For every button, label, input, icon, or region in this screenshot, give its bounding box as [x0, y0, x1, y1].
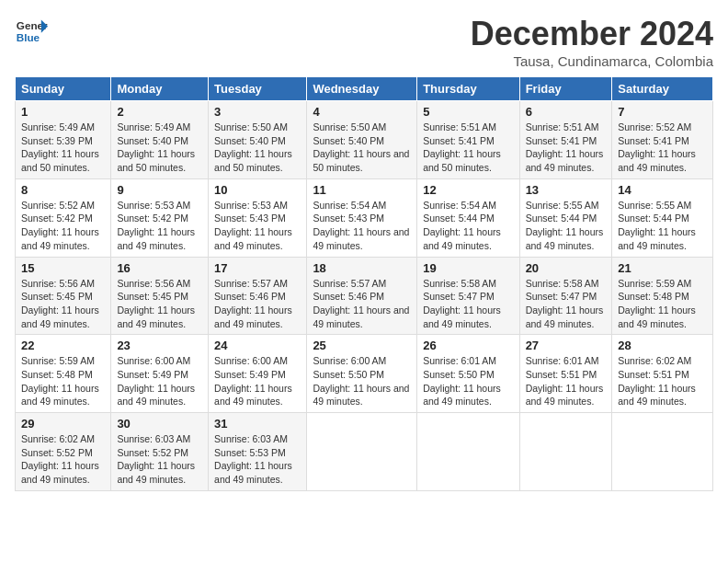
day-number: 7 — [618, 105, 707, 119]
day-number: 15 — [21, 261, 105, 275]
calendar-cell: 25 Sunrise: 6:00 AMSunset: 5:50 PMDaylig… — [307, 335, 417, 413]
col-wednesday: Wednesday — [307, 77, 417, 101]
calendar-cell: 10 Sunrise: 5:53 AMSunset: 5:43 PMDaylig… — [209, 178, 307, 257]
day-number: 13 — [526, 183, 607, 197]
day-info: Sunrise: 5:57 AMSunset: 5:46 PMDaylight:… — [313, 278, 409, 329]
calendar-cell: 20 Sunrise: 5:58 AMSunset: 5:47 PMDaylig… — [519, 257, 612, 335]
calendar-cell: 19 Sunrise: 5:58 AMSunset: 5:47 PMDaylig… — [417, 257, 519, 335]
day-info: Sunrise: 6:00 AMSunset: 5:50 PMDaylight:… — [313, 355, 409, 407]
day-info: Sunrise: 5:59 AMSunset: 5:48 PMDaylight:… — [21, 355, 99, 407]
day-number: 2 — [117, 105, 202, 119]
day-number: 8 — [21, 183, 105, 197]
day-number: 9 — [117, 183, 202, 197]
day-info: Sunrise: 5:52 AMSunset: 5:42 PMDaylight:… — [21, 200, 99, 251]
day-number: 30 — [117, 417, 202, 431]
title-block: December 2024 Tausa, Cundinamarca, Colom… — [471, 15, 713, 69]
day-number: 29 — [21, 417, 105, 431]
calendar-cell: 11 Sunrise: 5:54 AMSunset: 5:43 PMDaylig… — [307, 178, 417, 257]
day-info: Sunrise: 5:56 AMSunset: 5:45 PMDaylight:… — [117, 278, 195, 329]
calendar-cell: 17 Sunrise: 5:57 AMSunset: 5:46 PMDaylig… — [209, 257, 307, 335]
logo-icon: General Blue — [15, 15, 48, 48]
calendar-cell: 14 Sunrise: 5:55 AMSunset: 5:44 PMDaylig… — [612, 178, 713, 257]
col-monday: Monday — [111, 77, 209, 101]
day-info: Sunrise: 6:01 AMSunset: 5:50 PMDaylight:… — [423, 355, 501, 407]
calendar-cell: 18 Sunrise: 5:57 AMSunset: 5:46 PMDaylig… — [307, 257, 417, 335]
calendar-cell — [612, 413, 713, 491]
table-row: 29 Sunrise: 6:02 AMSunset: 5:52 PMDaylig… — [16, 413, 713, 491]
calendar-cell: 26 Sunrise: 6:01 AMSunset: 5:50 PMDaylig… — [417, 335, 519, 413]
day-number: 26 — [423, 339, 513, 352]
day-number: 14 — [618, 183, 707, 197]
day-info: Sunrise: 6:01 AMSunset: 5:51 PMDaylight:… — [526, 355, 604, 407]
col-friday: Friday — [519, 77, 612, 101]
day-number: 16 — [117, 261, 202, 275]
day-info: Sunrise: 6:03 AMSunset: 5:53 PMDaylight:… — [214, 433, 292, 485]
calendar-cell: 9 Sunrise: 5:53 AMSunset: 5:42 PMDayligh… — [111, 178, 209, 257]
day-number: 10 — [214, 183, 301, 197]
table-row: 15 Sunrise: 5:56 AMSunset: 5:45 PMDaylig… — [16, 257, 713, 335]
calendar-cell — [417, 413, 519, 491]
col-tuesday: Tuesday — [209, 77, 307, 101]
day-info: Sunrise: 6:02 AMSunset: 5:51 PMDaylight:… — [618, 355, 696, 407]
day-info: Sunrise: 5:54 AMSunset: 5:43 PMDaylight:… — [313, 200, 409, 251]
day-number: 4 — [313, 105, 411, 119]
col-sunday: Sunday — [16, 77, 111, 101]
day-info: Sunrise: 5:58 AMSunset: 5:47 PMDaylight:… — [526, 278, 604, 329]
calendar-cell: 7 Sunrise: 5:52 AMSunset: 5:41 PMDayligh… — [612, 101, 713, 179]
day-number: 17 — [214, 261, 301, 275]
day-info: Sunrise: 6:00 AMSunset: 5:49 PMDaylight:… — [117, 355, 195, 407]
day-info: Sunrise: 5:51 AMSunset: 5:41 PMDaylight:… — [526, 121, 604, 173]
day-number: 23 — [117, 339, 202, 352]
calendar-cell: 23 Sunrise: 6:00 AMSunset: 5:49 PMDaylig… — [111, 335, 209, 413]
day-info: Sunrise: 5:49 AMSunset: 5:39 PMDaylight:… — [21, 121, 99, 173]
page-header: General Blue December 2024 Tausa, Cundin… — [15, 15, 713, 69]
day-number: 1 — [21, 105, 105, 119]
calendar-cell: 12 Sunrise: 5:54 AMSunset: 5:44 PMDaylig… — [417, 178, 519, 257]
calendar-cell: 30 Sunrise: 6:03 AMSunset: 5:52 PMDaylig… — [111, 413, 209, 491]
day-number: 11 — [313, 183, 411, 197]
col-thursday: Thursday — [417, 77, 519, 101]
day-info: Sunrise: 5:56 AMSunset: 5:45 PMDaylight:… — [21, 278, 99, 329]
day-info: Sunrise: 5:50 AMSunset: 5:40 PMDaylight:… — [214, 121, 292, 173]
header-row: Sunday Monday Tuesday Wednesday Thursday… — [16, 77, 713, 101]
calendar-cell — [307, 413, 417, 491]
day-info: Sunrise: 5:58 AMSunset: 5:47 PMDaylight:… — [423, 278, 501, 329]
month-title: December 2024 — [471, 15, 713, 53]
location-subtitle: Tausa, Cundinamarca, Colombia — [471, 53, 713, 69]
day-number: 21 — [618, 261, 707, 275]
calendar-cell: 8 Sunrise: 5:52 AMSunset: 5:42 PMDayligh… — [16, 178, 111, 257]
day-info: Sunrise: 5:59 AMSunset: 5:48 PMDaylight:… — [618, 278, 696, 329]
table-row: 8 Sunrise: 5:52 AMSunset: 5:42 PMDayligh… — [16, 178, 713, 257]
logo: General Blue — [15, 15, 48, 48]
table-row: 22 Sunrise: 5:59 AMSunset: 5:48 PMDaylig… — [16, 335, 713, 413]
day-info: Sunrise: 6:02 AMSunset: 5:52 PMDaylight:… — [21, 433, 99, 485]
day-number: 19 — [423, 261, 513, 275]
day-info: Sunrise: 5:50 AMSunset: 5:40 PMDaylight:… — [313, 121, 409, 173]
day-info: Sunrise: 5:55 AMSunset: 5:44 PMDaylight:… — [526, 200, 604, 251]
day-info: Sunrise: 6:00 AMSunset: 5:49 PMDaylight:… — [214, 355, 292, 407]
calendar-cell: 24 Sunrise: 6:00 AMSunset: 5:49 PMDaylig… — [209, 335, 307, 413]
day-number: 28 — [618, 339, 707, 352]
day-number: 22 — [21, 339, 105, 352]
calendar-cell: 21 Sunrise: 5:59 AMSunset: 5:48 PMDaylig… — [612, 257, 713, 335]
day-number: 6 — [526, 105, 607, 119]
calendar-cell: 4 Sunrise: 5:50 AMSunset: 5:40 PMDayligh… — [307, 101, 417, 179]
calendar-cell: 28 Sunrise: 6:02 AMSunset: 5:51 PMDaylig… — [612, 335, 713, 413]
day-info: Sunrise: 5:49 AMSunset: 5:40 PMDaylight:… — [117, 121, 195, 173]
calendar-cell: 29 Sunrise: 6:02 AMSunset: 5:52 PMDaylig… — [16, 413, 111, 491]
calendar-cell: 1 Sunrise: 5:49 AMSunset: 5:39 PMDayligh… — [16, 101, 111, 179]
calendar-cell — [519, 413, 612, 491]
day-info: Sunrise: 5:52 AMSunset: 5:41 PMDaylight:… — [618, 121, 696, 173]
calendar-cell: 2 Sunrise: 5:49 AMSunset: 5:40 PMDayligh… — [111, 101, 209, 179]
day-number: 25 — [313, 339, 411, 352]
calendar-cell: 6 Sunrise: 5:51 AMSunset: 5:41 PMDayligh… — [519, 101, 612, 179]
day-number: 27 — [526, 339, 607, 352]
col-saturday: Saturday — [612, 77, 713, 101]
table-row: 1 Sunrise: 5:49 AMSunset: 5:39 PMDayligh… — [16, 101, 713, 179]
day-info: Sunrise: 5:51 AMSunset: 5:41 PMDaylight:… — [423, 121, 501, 173]
day-number: 31 — [214, 417, 301, 431]
calendar-cell: 15 Sunrise: 5:56 AMSunset: 5:45 PMDaylig… — [16, 257, 111, 335]
day-info: Sunrise: 5:53 AMSunset: 5:43 PMDaylight:… — [214, 200, 292, 251]
day-number: 12 — [423, 183, 513, 197]
day-info: Sunrise: 5:57 AMSunset: 5:46 PMDaylight:… — [214, 278, 292, 329]
